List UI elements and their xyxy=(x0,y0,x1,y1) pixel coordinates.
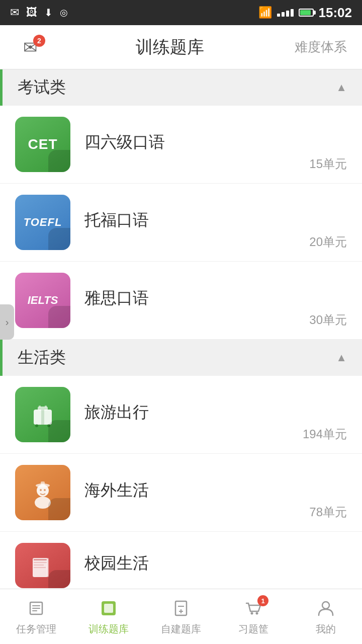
overseas-icon xyxy=(15,465,70,520)
list-item-ielts[interactable]: IELTS 雅思口语 30单元 xyxy=(0,262,362,340)
page-title: 训练题库 xyxy=(136,36,204,59)
svg-rect-2 xyxy=(39,406,41,408)
svg-rect-14 xyxy=(34,559,47,560)
toefl-count: 20单元 xyxy=(309,234,347,250)
svg-point-12 xyxy=(44,489,46,491)
cet-text: 四六级口语 xyxy=(84,131,347,157)
svg-rect-22 xyxy=(32,610,37,611)
side-arrow[interactable]: › xyxy=(0,304,14,340)
svg-rect-4 xyxy=(41,410,44,425)
svg-rect-21 xyxy=(32,608,40,609)
luggage-svg xyxy=(28,399,58,430)
svg-rect-16 xyxy=(34,565,44,566)
nav-label-custom: 自建题库 xyxy=(161,622,201,636)
section-header-shenghuo[interactable]: 生活类 ▲ xyxy=(0,340,362,376)
list-item-campus[interactable]: 校园生活 xyxy=(0,532,362,594)
toefl-icon: TOEFL xyxy=(15,195,70,250)
campus-svg xyxy=(28,550,58,581)
svg-rect-15 xyxy=(34,562,47,563)
status-icons-left: ✉ 🖼 ⬇ ◎ xyxy=(10,6,68,19)
battery-icon xyxy=(299,9,314,17)
status-galaxy-icon: ◎ xyxy=(60,7,68,18)
svg-point-7 xyxy=(35,497,51,509)
task-icon xyxy=(25,597,47,619)
ielts-count: 30单元 xyxy=(309,312,347,328)
nav-label-train: 训练题库 xyxy=(88,622,129,636)
overseas-text: 海外生活 xyxy=(84,479,347,506)
custom-icon xyxy=(170,597,192,619)
svg-point-6 xyxy=(47,424,50,427)
campus-text: 校园生活 xyxy=(84,552,347,579)
ielts-name: 雅思口语 xyxy=(84,287,347,309)
list-item-cet[interactable]: CET 四六级口语 15单元 xyxy=(0,106,362,184)
nav-item-mine[interactable]: 我的 xyxy=(290,597,362,636)
overseas-count: 78单元 xyxy=(309,504,347,520)
campus-name: 校园生活 xyxy=(84,552,347,575)
mail-button[interactable]: ✉ 2 xyxy=(15,35,45,60)
travel-icon xyxy=(15,387,70,442)
app-header: ✉ 2 训练题库 难度体系 xyxy=(0,25,362,69)
nav-item-basket[interactable]: 1 习题筐 xyxy=(217,597,290,636)
nav-label-task: 任务管理 xyxy=(16,622,56,636)
ielts-text: 雅思口语 xyxy=(84,287,347,313)
travel-count: 194单元 xyxy=(303,426,347,442)
svg-point-11 xyxy=(40,489,42,491)
status-mail-icon: ✉ xyxy=(10,6,19,19)
cet-count: 15单元 xyxy=(309,156,347,172)
signal-icon xyxy=(277,9,294,17)
wifi-icon: 📶 xyxy=(258,6,272,19)
list-item-toefl[interactable]: TOEFL 托福口语 20单元 xyxy=(0,184,362,262)
svg-point-29 xyxy=(251,612,253,615)
section-header-kaoshi[interactable]: 考试类 ▲ xyxy=(0,69,362,106)
campus-icon xyxy=(15,543,70,588)
cet-icon: CET xyxy=(15,117,70,172)
travel-name: 旅游出行 xyxy=(84,401,347,424)
nav-label-mine: 我的 xyxy=(316,622,336,636)
nav-item-train[interactable]: 训练题库 xyxy=(72,597,145,636)
status-right: 📶 15:02 xyxy=(258,5,352,21)
svg-rect-17 xyxy=(34,567,46,568)
status-download-icon: ⬇ xyxy=(44,7,53,19)
status-image-icon: 🖼 xyxy=(26,6,37,19)
section-arrow-shenghuo: ▲ xyxy=(336,351,347,364)
section-title-kaoshi: 考试类 xyxy=(18,76,66,99)
travel-text: 旅游出行 xyxy=(84,401,347,428)
svg-point-30 xyxy=(256,612,258,615)
basket-icon: 1 xyxy=(242,597,264,619)
train-icon xyxy=(98,597,120,619)
svg-rect-10 xyxy=(41,481,45,486)
svg-rect-3 xyxy=(45,406,47,408)
section-title-shenghuo: 生活类 xyxy=(18,347,66,369)
section-arrow-kaoshi: ▲ xyxy=(336,81,347,94)
overseas-name: 海外生活 xyxy=(84,479,347,502)
svg-point-31 xyxy=(322,602,329,609)
difficulty-button[interactable]: 难度体系 xyxy=(295,38,347,56)
nav-item-custom[interactable]: 自建题库 xyxy=(145,597,217,636)
overseas-svg xyxy=(27,476,59,509)
mail-badge: 2 xyxy=(33,35,45,47)
toefl-name: 托福口语 xyxy=(84,209,347,231)
ielts-icon: IELTS xyxy=(15,273,70,328)
nav-label-basket: 习题筐 xyxy=(238,622,268,636)
svg-rect-24 xyxy=(104,604,113,613)
bottom-nav: 任务管理 训练题库 自建题库 xyxy=(0,589,362,644)
svg-rect-18 xyxy=(47,558,49,577)
nav-item-task[interactable]: 任务管理 xyxy=(0,597,72,636)
cet-name: 四六级口语 xyxy=(84,131,347,153)
status-bar: ✉ 🖼 ⬇ ◎ 📶 15:02 xyxy=(0,0,362,25)
status-time: 15:02 xyxy=(319,5,352,21)
mine-icon xyxy=(315,597,337,619)
list-item-overseas[interactable]: 海外生活 78单元 xyxy=(0,454,362,532)
svg-rect-20 xyxy=(32,605,40,606)
list-item-travel[interactable]: 旅游出行 194单元 xyxy=(0,376,362,454)
svg-point-5 xyxy=(35,424,38,427)
toefl-text: 托福口语 xyxy=(84,209,347,235)
basket-badge: 1 xyxy=(257,595,268,606)
